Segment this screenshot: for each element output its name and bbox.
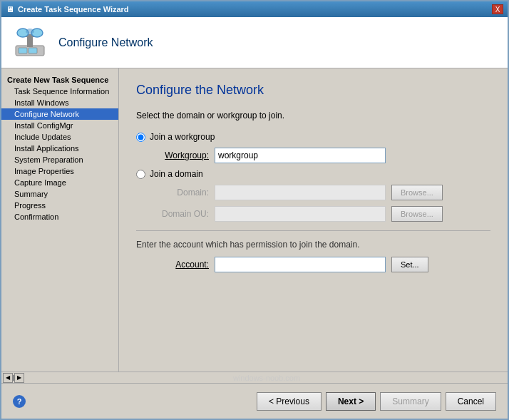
sidebar-item-image-properties[interactable]: Image Properties [1,165,118,177]
title-bar: 🖥 Create Task Sequence Wizard X [1,1,508,17]
account-description: Enter the account which has permission t… [136,240,490,250]
svg-rect-2 [29,48,37,53]
help-button[interactable]: ? [13,395,26,408]
svg-point-7 [26,29,34,34]
next-button[interactable]: Next > [326,392,376,411]
domain-field-label: Domain: [150,188,215,198]
svg-rect-1 [19,48,27,53]
summary-button: Summary [380,392,441,411]
scroll-left-button[interactable]: ◀ [3,373,13,383]
set-button[interactable]: Set... [391,257,428,272]
account-field-label: Account: [150,260,215,270]
account-field-row: Account: Set... [150,257,490,272]
domain-radio-label[interactable]: Join a domain [150,169,203,179]
sidebar-item-configure-network[interactable]: Configure Network [1,108,118,120]
svg-rect-3 [27,36,33,47]
sidebar-item-confirmation[interactable]: Confirmation [1,211,118,222]
title-bar-text: 🖥 Create Task Sequence Wizard [6,5,129,14]
cancel-button[interactable]: Cancel [446,392,496,411]
sidebar-item-install-windows[interactable]: Install Windows [1,97,118,108]
sidebar-item-summary[interactable]: Summary [1,188,118,200]
previous-button[interactable]: < Previous [257,392,322,411]
window-title: Create Task Sequence Wizard [18,5,129,14]
domain-input [215,185,386,200]
account-input[interactable] [215,257,386,272]
workgroup-field-row: Workgroup: [150,148,490,163]
workgroup-input[interactable] [215,148,386,163]
content-area: Configure the Network Select the domain … [119,68,508,372]
domain-ou-field-row: Domain OU: Browse... [150,206,490,222]
sidebar-item-task-sequence-information[interactable]: Task Sequence Information [1,86,118,97]
window-title-icon: 🖥 [6,5,14,14]
sidebar-item-system-preparation[interactable]: System Preparation [1,154,118,165]
workgroup-radio[interactable] [136,133,145,142]
content-title: Configure the Network [136,83,490,98]
form-description: Select the domain or workgroup to join. [136,111,490,121]
footer: ? < Previous Next > Summary Cancel [1,383,508,419]
footer-buttons: < Previous Next > Summary Cancel [257,392,496,411]
header-title: Configure Network [58,36,153,49]
domain-ou-browse-button: Browse... [391,206,443,222]
sidebar-item-install-configmgr[interactable]: Install ConfigMgr [1,120,118,131]
header-icon [13,26,47,60]
workgroup-radio-label[interactable]: Join a workgroup [150,132,215,142]
sidebar-item-include-updates[interactable]: Include Updates [1,131,118,143]
wizard-header: Configure Network [1,17,508,68]
sidebar-item-capture-image[interactable]: Capture Image [1,177,118,188]
domain-radio[interactable] [136,170,145,179]
account-section: Enter the account which has permission t… [136,230,490,272]
scroll-right-button[interactable]: ▶ [14,373,24,383]
scrollbar-area: ◀ ▶ windows-noob.com [1,372,508,383]
workgroup-radio-row: Join a workgroup [136,132,490,142]
domain-field-row: Domain: Browse... [150,185,490,200]
watermark: windows-noob.com [233,374,300,382]
close-button[interactable]: X [492,4,503,14]
sidebar-item-install-applications[interactable]: Install Applications [1,143,118,154]
sidebar-section-label: Create New Task Sequence [1,73,118,86]
title-bar-controls: X [492,4,503,14]
domain-ou-input [215,206,386,222]
footer-left: ? [13,395,26,408]
wizard-window: 🖥 Create Task Sequence Wizard X Configur… [0,0,509,420]
domain-browse-button: Browse... [391,185,443,200]
domain-ou-field-label: Domain OU: [150,209,215,219]
sidebar-item-progress[interactable]: Progress [1,200,118,211]
workgroup-field-label: Workgroup: [150,150,215,160]
domain-radio-row: Join a domain [136,169,490,179]
sidebar: Create New Task Sequence Task Sequence I… [1,68,119,372]
main-content: Create New Task Sequence Task Sequence I… [1,68,508,372]
form-section: Select the domain or workgroup to join. … [136,111,490,272]
